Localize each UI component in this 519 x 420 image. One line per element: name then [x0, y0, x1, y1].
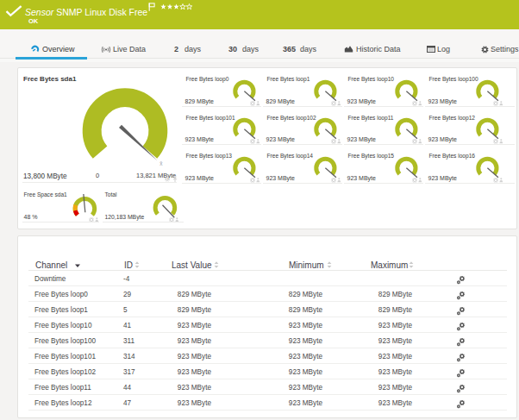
svg-text:x̄: x̄ — [159, 160, 163, 166]
